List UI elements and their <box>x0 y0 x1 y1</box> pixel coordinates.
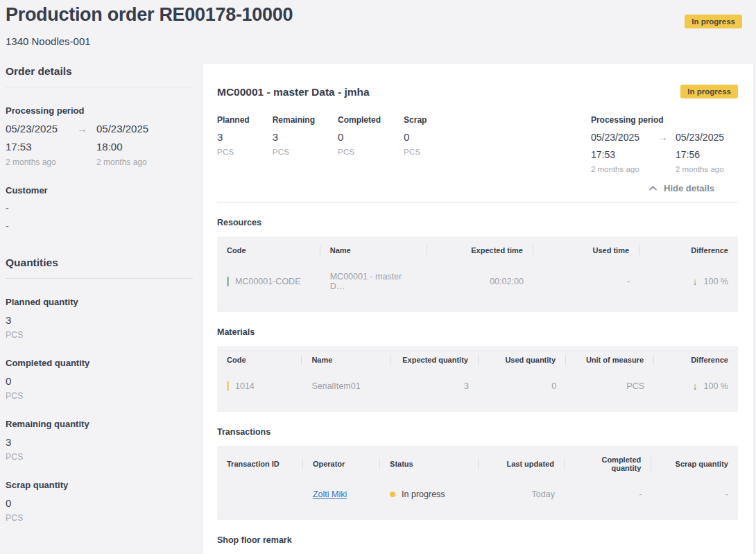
order-details-section: Order details Processing period 05/23/20… <box>6 65 193 232</box>
customer-value-line2: - <box>6 220 193 232</box>
down-arrow-icon: ↓ <box>692 381 697 391</box>
order-details-heading: Order details <box>6 65 193 87</box>
remaining-quantity-unit: PCS <box>6 452 193 462</box>
operation-title: MC00001 - master Data - jmha <box>217 86 370 98</box>
transaction-completed-quantity: - <box>565 481 651 508</box>
shop-floor-remark-section: Shop floor remark Please double check th… <box>217 535 738 554</box>
card-divider <box>217 202 738 202</box>
planned-quantity-unit: PCS <box>6 330 193 340</box>
transaction-last-updated: Today <box>479 481 565 508</box>
transactions-section-label: Transactions <box>217 427 738 437</box>
operation-card-header: MC00001 - master Data - jmha In progress <box>217 86 738 98</box>
order-status-badge: In progress <box>685 15 742 28</box>
period-start-time: 17:53 <box>6 141 77 153</box>
quantities-section: Quantities Planned quantity 3 PCS Comple… <box>6 257 193 523</box>
remaining-quantity-label: Remaining quantity <box>6 419 193 429</box>
materials-section-label: Materials <box>217 327 738 337</box>
operation-stats-row: Planned 3 PCS Remaining 3 PCS Completed … <box>217 115 738 173</box>
resource-name: MC00001 - master D… <box>320 263 427 300</box>
resources-section: Resources Code Name Expected time Used t… <box>217 218 738 312</box>
material-color-bar <box>227 381 229 391</box>
materials-table-row: 1014 SerialItem01 3 0 PCS ↓ 100 % <box>217 372 738 412</box>
resources-table: Code Name Expected time Used time Differ… <box>217 236 738 312</box>
period-start-date: 05/23/2025 <box>6 123 77 135</box>
transactions-table-row: Zolti Miki In progress Today - - <box>217 480 738 520</box>
arrow-right-icon: → <box>77 123 96 135</box>
resource-code: MC00001-CODE <box>235 277 300 286</box>
remaining-quantity-value: 3 <box>6 436 193 448</box>
material-unit-of-measure: PCS <box>566 373 654 399</box>
production-order-page: Production order RE00178-10000 1340 Nood… <box>0 0 756 554</box>
resource-difference: 100 % <box>704 277 728 286</box>
operation-period-start-time: 17:53 <box>591 149 658 160</box>
resource-color-bar <box>227 277 229 286</box>
operation-period-start-ago: 2 months ago <box>591 165 658 173</box>
main-layout: Order details Processing period 05/23/20… <box>6 64 753 554</box>
operation-card: MC00001 - master Data - jmha In progress… <box>203 64 753 554</box>
hide-details-toggle[interactable]: Hide details <box>649 183 714 193</box>
remaining-quantity-group: Remaining quantity 3 PCS <box>6 419 193 462</box>
transactions-section: Transactions Transaction ID Operator Sta… <box>217 427 738 520</box>
completed-quantity-value: 0 <box>6 375 193 387</box>
down-arrow-icon: ↓ <box>693 277 698 286</box>
materials-table: Code Name Expected quantity Used quantit… <box>217 346 738 412</box>
scrap-quantity-label: Scrap quantity <box>6 480 193 490</box>
period-start-ago: 2 months ago <box>6 157 77 167</box>
operation-period-end-date: 05/23/2025 <box>676 132 724 143</box>
chevron-up-icon <box>649 186 657 191</box>
period-end-ago: 2 months ago <box>96 157 193 167</box>
transaction-status: In progress <box>402 490 445 499</box>
planned-quantity-group: Planned quantity 3 PCS <box>6 297 193 340</box>
stat-planned: Planned 3 PCS <box>217 115 250 173</box>
operation-processing-period: Processing period 05/23/2025 → 05/23/202… <box>591 115 738 173</box>
resource-used-time: - <box>533 268 639 295</box>
shop-floor-remark-label: Shop floor remark <box>217 535 738 545</box>
operation-period-end-ago: 2 months ago <box>676 165 724 173</box>
stat-remaining: Remaining 3 PCS <box>273 115 315 173</box>
material-difference: 100 % <box>703 381 728 391</box>
order-details-sidebar: Order details Processing period 05/23/20… <box>6 64 193 530</box>
resources-table-row: MC00001-CODE MC00001 - master D… 00:02:0… <box>217 262 738 312</box>
quantities-heading: Quantities <box>6 257 193 279</box>
processing-period-values: 05/23/2025 → 05/23/2025 17:53 18:00 2 mo… <box>6 123 193 167</box>
transactions-table: Transaction ID Operator Status Last upda… <box>217 446 738 520</box>
materials-section: Materials Code Name Expected quantity Us… <box>217 327 738 412</box>
page-header: Production order RE00178-10000 1340 Nood… <box>6 4 753 47</box>
planned-quantity-value: 3 <box>6 314 193 326</box>
planned-quantity-label: Planned quantity <box>6 297 193 307</box>
resources-section-label: Resources <box>217 218 738 227</box>
period-end-date: 05/23/2025 <box>96 123 193 135</box>
operation-period-start-date: 05/23/2025 <box>591 132 658 143</box>
customer-field: Customer - - <box>6 185 193 232</box>
customer-value-line1: - <box>6 202 193 214</box>
operation-period-end-time: 17:56 <box>676 149 724 160</box>
stat-scrap: Scrap 0 PCS <box>404 115 427 173</box>
completed-quantity-unit: PCS <box>6 391 193 401</box>
period-end-time: 18:00 <box>96 141 193 153</box>
processing-period-field: Processing period 05/23/2025 → 05/23/202… <box>6 105 193 167</box>
resources-table-header: Code Name Expected time Used time Differ… <box>217 236 738 262</box>
processing-period-label: Processing period <box>6 105 193 116</box>
page-header-left: Production order RE00178-10000 1340 Nood… <box>6 4 293 47</box>
operation-period-label: Processing period <box>591 115 724 125</box>
page-title: Production order RE00178-10000 <box>6 4 293 26</box>
material-code: 1014 <box>235 381 255 391</box>
status-dot-icon <box>390 492 395 497</box>
operator-link[interactable]: Zolti Miki <box>313 490 347 499</box>
material-used-quantity: 0 <box>479 373 566 399</box>
scrap-quantity-unit: PCS <box>6 513 193 523</box>
page-subtitle: 1340 Noodles-001 <box>6 35 293 47</box>
material-expected-quantity: 3 <box>391 373 479 399</box>
completed-quantity-label: Completed quantity <box>6 358 193 368</box>
operation-status-badge: In progress <box>680 85 738 98</box>
customer-label: Customer <box>6 185 193 196</box>
material-name: SerialItem01 <box>302 373 390 399</box>
transactions-table-header: Transaction ID Operator Status Last upda… <box>217 446 738 480</box>
arrow-right-icon: → <box>658 131 676 143</box>
resource-expected-time: 00:02:00 <box>427 268 533 295</box>
stat-completed: Completed 0 PCS <box>338 115 381 173</box>
scrap-quantity-value: 0 <box>6 497 193 509</box>
scrap-quantity-group: Scrap quantity 0 PCS <box>6 480 193 523</box>
transaction-id <box>217 486 303 503</box>
materials-table-header: Code Name Expected quantity Used quantit… <box>217 346 738 372</box>
